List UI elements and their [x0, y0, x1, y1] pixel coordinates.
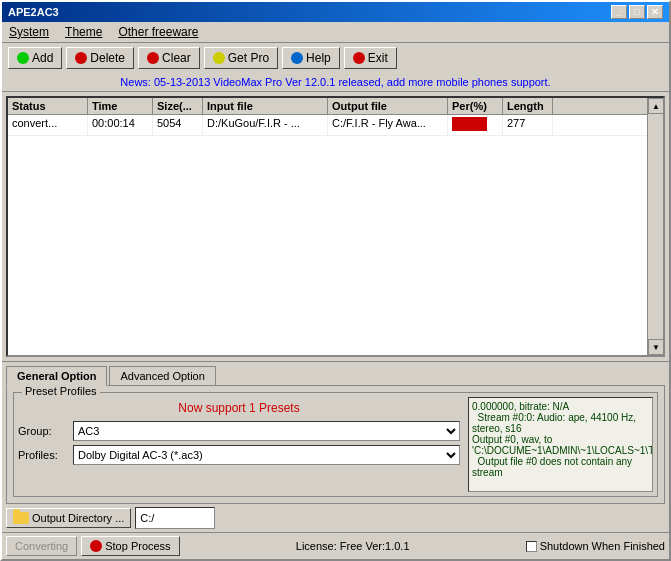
minimize-button[interactable]: _ [611, 5, 627, 19]
preset-now-text: Now support 1 Presets [18, 401, 460, 415]
tab-advanced-option[interactable]: Advanced Option [109, 366, 215, 385]
tab-bar: General Option Advanced Option [2, 362, 669, 385]
action-bar: Converting Stop Process License: Free Ve… [2, 532, 669, 559]
close-button[interactable]: ✕ [647, 5, 663, 19]
col-time: Time [88, 98, 153, 114]
stop-process-button[interactable]: Stop Process [81, 536, 179, 556]
file-list-body: convert... 00:00:14 5054 D:/KuGou/F.I.R … [8, 115, 663, 352]
clear-label: Clear [162, 51, 191, 65]
scrollbar-vertical[interactable]: ▲ ▼ [647, 98, 663, 355]
exit-label: Exit [368, 51, 388, 65]
news-bar: News: 05-13-2013 VideoMax Pro Ver 12.0.1… [2, 73, 669, 92]
title-bar: APE2AC3 _ □ ✕ [2, 2, 669, 22]
preset-profiles-group: Preset Profiles Now support 1 Presets Gr… [13, 392, 658, 497]
window-title: APE2AC3 [8, 6, 59, 18]
col-per: Per(%) [448, 98, 503, 114]
license-text: License: Free Ver:1.0.1 [180, 540, 526, 552]
help-icon [291, 52, 303, 64]
toolbar: Add Delete Clear Get Pro Help Exit [2, 43, 669, 73]
output-path-display: C:/ [135, 507, 215, 529]
get-pro-button[interactable]: Get Pro [204, 47, 278, 69]
tab-content: Preset Profiles Now support 1 Presets Gr… [6, 385, 665, 504]
add-icon [17, 52, 29, 64]
stop-icon [90, 540, 102, 552]
output-directory-button[interactable]: Output Directory ... [6, 508, 131, 528]
exit-icon [353, 52, 365, 64]
convert-button[interactable]: Converting [6, 536, 77, 556]
profiles-select[interactable]: Dolby Digital AC-3 (*.ac3) [73, 445, 460, 465]
menu-theme[interactable]: Theme [62, 24, 105, 40]
menu-other-freeware[interactable]: Other freeware [115, 24, 201, 40]
add-label: Add [32, 51, 53, 65]
preset-info-box: 0.000000, bitrate: N/A Stream #0:0: Audi… [468, 397, 653, 492]
col-size: Size(... [153, 98, 203, 114]
cell-status: convert... [8, 115, 88, 135]
scroll-down-button[interactable]: ▼ [648, 339, 664, 355]
profiles-field: Profiles: Dolby Digital AC-3 (*.ac3) [18, 445, 460, 465]
menu-bar: System Theme Other freeware [2, 22, 669, 43]
stop-label: Stop Process [105, 540, 170, 552]
col-output: Output file [328, 98, 448, 114]
preset-info-text: 0.000000, bitrate: N/A Stream #0:0: Audi… [472, 401, 649, 478]
profiles-label: Profiles: [18, 449, 73, 461]
help-label: Help [306, 51, 331, 65]
group-select[interactable]: AC3 [73, 421, 460, 441]
folder-icon [13, 512, 29, 524]
delete-button[interactable]: Delete [66, 47, 134, 69]
scroll-up-button[interactable]: ▲ [648, 98, 664, 114]
add-button[interactable]: Add [8, 47, 62, 69]
group-label: Group: [18, 425, 73, 437]
news-text: News: 05-13-2013 VideoMax Pro Ver 12.0.1… [120, 76, 550, 88]
preset-left: Now support 1 Presets Group: AC3 Profile… [18, 397, 460, 492]
shutdown-checkbox[interactable] [526, 541, 537, 552]
maximize-button[interactable]: □ [629, 5, 645, 19]
table-row: convert... 00:00:14 5054 D:/KuGou/F.I.R … [8, 115, 663, 136]
output-dir-row: Output Directory ... C:/ [2, 504, 669, 532]
clear-button[interactable]: Clear [138, 47, 200, 69]
preset-inner: Now support 1 Presets Group: AC3 Profile… [18, 397, 653, 492]
group-field: Group: AC3 [18, 421, 460, 441]
shutdown-text: Shutdown When Finished [540, 540, 665, 552]
delete-icon [75, 52, 87, 64]
get-pro-icon [213, 52, 225, 64]
file-list: Status Time Size(... Input file Output f… [6, 96, 665, 357]
help-button[interactable]: Help [282, 47, 340, 69]
col-length: Length [503, 98, 553, 114]
cell-length: 277 [503, 115, 553, 135]
preset-label: Preset Profiles [22, 385, 100, 397]
output-dir-label: Output Directory ... [32, 512, 124, 524]
cell-per [448, 115, 503, 135]
col-status: Status [8, 98, 88, 114]
cell-time: 00:00:14 [88, 115, 153, 135]
convert-label: Converting [15, 540, 68, 552]
scroll-track [648, 114, 663, 339]
shutdown-label: Shutdown When Finished [526, 540, 665, 552]
file-list-header: Status Time Size(... Input file Output f… [8, 98, 663, 115]
col-input: Input file [203, 98, 328, 114]
window-controls: _ □ ✕ [611, 5, 663, 19]
exit-button[interactable]: Exit [344, 47, 397, 69]
delete-label: Delete [90, 51, 125, 65]
tab-general-option[interactable]: General Option [6, 366, 107, 386]
menu-system[interactable]: System [6, 24, 52, 40]
cell-output: C:/F.I.R - Fly Awa... [328, 115, 448, 135]
cell-size: 5054 [153, 115, 203, 135]
get-pro-label: Get Pro [228, 51, 269, 65]
cell-input: D:/KuGou/F.I.R - ... [203, 115, 328, 135]
progress-bar [452, 117, 487, 131]
main-window: APE2AC3 _ □ ✕ System Theme Other freewar… [0, 0, 671, 561]
options-area: General Option Advanced Option Preset Pr… [2, 361, 669, 559]
clear-icon [147, 52, 159, 64]
